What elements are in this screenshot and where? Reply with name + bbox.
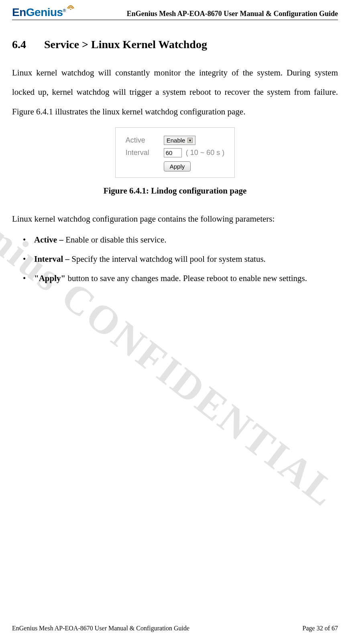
- active-select-value: Enable: [167, 137, 185, 144]
- page-footer: EnGenius Mesh AP-EOA-8670 User Manual & …: [12, 625, 338, 632]
- config-button-row: Apply: [164, 161, 225, 171]
- param-desc-active: Enable or disable this service.: [65, 235, 166, 245]
- figure-caption: Figure 6.4.1: Lindog configuration page: [12, 186, 338, 196]
- header-doc-title: EnGenius Mesh AP-EOA-8670 User Manual & …: [127, 10, 338, 19]
- svg-point-0: [70, 8, 71, 10]
- logo-part-2: Genius: [26, 6, 63, 18]
- interval-range-text: ( 10 ~ 60 s ): [186, 149, 225, 157]
- active-label: Active: [126, 136, 164, 145]
- wifi-icon: [67, 4, 75, 12]
- chevron-down-icon: ▾: [187, 138, 193, 143]
- parameters-intro: Linux kernel watchdog configuration page…: [12, 214, 338, 224]
- watermark-text: EnGenius CONFIDENTIAL: [0, 151, 346, 516]
- interval-input[interactable]: 60: [164, 148, 182, 157]
- apply-button[interactable]: Apply: [164, 161, 191, 171]
- param-desc-apply: button to save any changes made. Please …: [65, 273, 307, 283]
- active-select[interactable]: Enable ▾: [164, 136, 196, 145]
- parameters-list: Active – Enable or disable this service.…: [12, 230, 338, 288]
- config-panel: Active Enable ▾ Interval 60 ( 10 ~ 60 s …: [115, 127, 235, 178]
- footer-right: Page 32 of 67: [303, 625, 338, 632]
- logo: EnGenius®: [12, 6, 75, 19]
- interval-label: Interval: [126, 149, 164, 157]
- config-row-interval: Interval 60 ( 10 ~ 60 s ): [126, 148, 225, 157]
- param-name-active: Active –: [34, 235, 65, 245]
- section-heading: 6.4Service > Linux Kernel Watchdog: [12, 38, 338, 51]
- param-item-active: Active – Enable or disable this service.: [34, 230, 338, 249]
- figure-container: Active Enable ▾ Interval 60 ( 10 ~ 60 s …: [12, 127, 338, 178]
- param-name-interval: Interval –: [34, 254, 71, 264]
- param-desc-interval: Specify the interval watchdog will pool …: [71, 254, 266, 264]
- section-title-text: Service > Linux Kernel Watchdog: [44, 38, 207, 51]
- section-number: 6.4: [12, 38, 44, 51]
- param-name-apply: "Apply": [34, 273, 65, 283]
- config-row-active: Active Enable ▾: [126, 136, 225, 145]
- logo-part-1: En: [12, 6, 26, 18]
- intro-paragraph: Linux kernel watchdog will constantly mo…: [12, 63, 338, 121]
- footer-left: EnGenius Mesh AP-EOA-8670 User Manual & …: [12, 625, 189, 632]
- param-item-interval: Interval – Specify the interval watchdog…: [34, 249, 338, 269]
- page-header: EnGenius® EnGenius Mesh AP-EOA-8670 User…: [12, 6, 338, 20]
- param-item-apply: "Apply" button to save any changes made.…: [34, 269, 338, 288]
- logo-registered: ®: [63, 8, 66, 13]
